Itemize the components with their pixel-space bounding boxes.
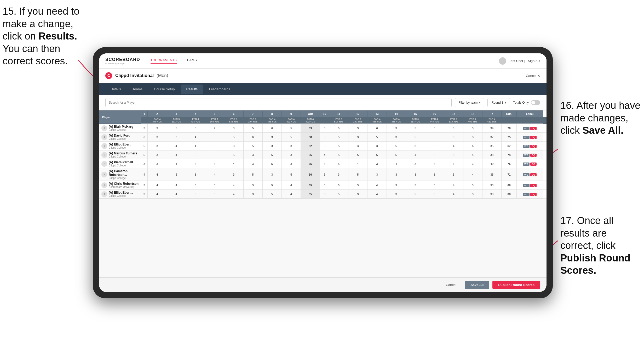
wd-label[interactable]: WD [523,193,530,196]
wd-label[interactable]: WD [523,154,530,157]
dq-label[interactable]: DQ [530,163,537,166]
score-h8[interactable]: 3 [262,142,281,150]
score-label[interactable]: WD DQ [516,124,543,133]
score-h11[interactable]: 5 [329,124,348,133]
score-h13[interactable]: 3 [367,159,387,168]
score-h17[interactable]: 6 [444,159,463,168]
cancel-button[interactable]: Cancel [441,281,462,289]
wd-label[interactable]: WD [523,173,530,176]
score-h4[interactable]: 4 [186,142,205,150]
score-h6[interactable]: 5 [224,150,243,159]
score-h16[interactable]: 5 [425,159,444,168]
wd-label[interactable]: WD [523,163,530,166]
score-h14[interactable]: 3 [387,124,406,133]
dq-label[interactable]: DQ [530,127,537,130]
score-h9[interactable]: 4 [282,181,301,190]
score-h14[interactable]: 5 [387,142,406,150]
score-h18[interactable]: 6 [463,142,482,150]
score-h3[interactable]: 5 [167,168,186,181]
toggle-switch[interactable] [531,100,540,105]
score-h14[interactable]: 4 [387,159,406,168]
score-h2[interactable]: 3 [148,133,167,142]
nav-link-teams[interactable]: TEAMS [185,58,197,64]
score-h8[interactable]: 6 [262,124,281,133]
score-h10[interactable]: 3 [320,190,329,199]
score-h1[interactable]: 3 [141,190,148,199]
score-h11[interactable]: 3 [329,168,348,181]
score-h15[interactable]: 5 [406,124,425,133]
score-h4[interactable]: 3 [186,168,205,181]
score-h15[interactable]: 4 [406,150,425,159]
score-h8[interactable]: 3 [262,168,281,181]
score-h11[interactable]: 5 [329,150,348,159]
score-h17[interactable]: 5 [444,133,463,142]
score-h10[interactable]: 4 [320,150,329,159]
score-h4[interactable]: 5 [186,150,205,159]
score-h5[interactable]: 3 [205,133,224,142]
wd-label[interactable]: WD [523,145,530,148]
score-h3[interactable]: 4 [167,150,186,159]
score-h5[interactable]: 4 [205,168,224,181]
score-h18[interactable]: 3 [463,159,482,168]
score-h16[interactable]: 5 [425,133,444,142]
score-h15[interactable]: 3 [406,168,425,181]
score-h18[interactable]: 3 [463,133,482,142]
score-h17[interactable]: 4 [444,181,463,190]
score-h6[interactable]: 3 [224,142,243,150]
wd-label[interactable]: WD [523,184,530,187]
dq-label[interactable]: DQ [530,173,537,176]
score-h11[interactable]: 5 [329,159,348,168]
wd-label[interactable]: WD [523,127,530,130]
score-h1[interactable]: 3 [141,181,148,190]
score-h1[interactable]: 3 [141,124,148,133]
score-h2[interactable]: 3 [148,150,167,159]
score-h12[interactable]: 3 [348,142,367,150]
nav-link-tournaments[interactable]: TOURNAMENTS [151,58,177,64]
score-h11[interactable]: 5 [329,190,348,199]
score-h9[interactable]: 4 [282,190,301,199]
score-h5[interactable]: 5 [205,159,224,168]
score-h5[interactable]: 3 [205,181,224,190]
score-h6[interactable]: 3 [224,168,243,181]
score-h1[interactable]: 6 [141,133,148,142]
score-h8[interactable]: 5 [262,190,281,199]
score-h12[interactable]: 3 [348,124,367,133]
score-h10[interactable]: 6 [320,168,329,181]
score-h3[interactable]: 4 [167,190,186,199]
score-h10[interactable]: 3 [320,124,329,133]
score-h13[interactable]: 5 [367,150,387,159]
score-h12[interactable]: 3 [348,133,367,142]
score-h14[interactable]: 5 [387,150,406,159]
score-h12[interactable]: 3 [348,190,367,199]
dq-label[interactable]: DQ [530,184,537,187]
score-h16[interactable]: 3 [425,150,444,159]
score-h18[interactable]: 3 [463,181,482,190]
score-h5[interactable]: 4 [205,124,224,133]
score-h6[interactable]: 3 [224,124,243,133]
score-h7[interactable]: 5 [243,124,262,133]
score-h7[interactable]: 5 [243,168,262,181]
score-h7[interactable]: 3 [243,190,262,199]
score-h9[interactable]: 3 [282,159,301,168]
score-h4[interactable]: 5 [186,181,205,190]
cancel-link[interactable]: Cancel ✕ [526,74,540,78]
score-h6[interactable]: 5 [224,133,243,142]
score-h1[interactable]: 5 [141,142,148,150]
score-h7[interactable]: 6 [243,133,262,142]
score-h15[interactable]: 5 [406,133,425,142]
score-h14[interactable]: 3 [387,133,406,142]
score-h8[interactable]: 3 [262,133,281,142]
score-h2[interactable]: 3 [148,124,167,133]
scores-container[interactable]: Player 1 2 3 4 [99,110,547,277]
save-all-button[interactable]: Save All [465,281,489,289]
tab-leaderboards[interactable]: Leaderboards [204,85,235,94]
score-h8[interactable]: 5 [262,159,281,168]
score-h14[interactable]: 3 [387,168,406,181]
score-label[interactable]: WD DQ [516,150,543,159]
score-h1[interactable]: 4 [141,168,148,181]
score-h3[interactable]: 4 [167,159,186,168]
score-h16[interactable]: 3 [425,168,444,181]
dq-label[interactable]: DQ [530,193,537,196]
score-h11[interactable]: 5 [329,181,348,190]
score-h15[interactable]: 5 [406,190,425,199]
